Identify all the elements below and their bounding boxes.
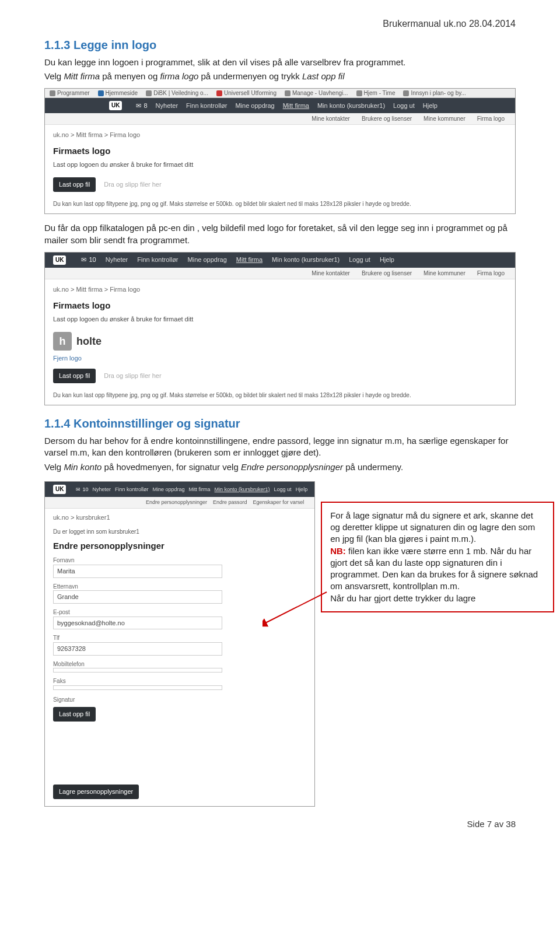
- nav-nyheter[interactable]: Nyheter: [106, 255, 128, 264]
- emph-min-konto: Min konto: [64, 462, 102, 472]
- nav-mine-oppdrag[interactable]: Mine oppdrag: [188, 255, 227, 264]
- brand-logo: UK: [53, 485, 66, 494]
- bookmark-universell[interactable]: Universell Utforming: [216, 89, 276, 97]
- nav-hjelp[interactable]: Hjelp: [296, 486, 308, 493]
- input-fornavn[interactable]: Marita: [53, 565, 222, 578]
- nav-finn-kontrollor[interactable]: Finn kontrollør: [115, 486, 149, 493]
- breadcrumb-1: uk.no > Mitt firma > Firma logo: [53, 131, 507, 139]
- subnav-brukere[interactable]: Brukere og lisenser: [362, 269, 412, 278]
- brand-logo: UK: [109, 101, 122, 110]
- upload-note-1: Du kan kun last opp filtypene jpg, png o…: [53, 200, 507, 208]
- subnav-endre-person[interactable]: Endre personopplysninger: [146, 499, 207, 506]
- page-footer: Side 7 av 38: [44, 818, 516, 830]
- screenshot1-subtitle: Last opp logoen du ønsker å bruke for fi…: [53, 160, 507, 169]
- bookmark-dibk[interactable]: DiBK | Veiledning o...: [146, 89, 208, 97]
- upload-signature-button[interactable]: Last opp fil: [53, 707, 96, 722]
- subnav-firma-logo[interactable]: Firma logo: [477, 115, 505, 123]
- input-mobil[interactable]: [53, 668, 222, 673]
- nav-logg-ut[interactable]: Logg ut: [274, 486, 292, 493]
- screenshot-3: UK ✉10 Nyheter Finn kontrollør Mine oppd…: [44, 481, 315, 807]
- section2-p2: Velg Min konto på hovedmenyen, for signa…: [44, 461, 516, 473]
- section2-p1: Dersom du har behov for å endre kontoinn…: [44, 435, 516, 459]
- form-title: Endre personopplysninger: [53, 540, 306, 552]
- browser-bookmarks-bar: Programmer Hjemmeside DiBK | Veiledning …: [45, 89, 515, 98]
- bookmark-innsyn[interactable]: Innsyn i plan- og by...: [403, 89, 466, 97]
- nav-min-konto[interactable]: Min konto (kursbruker1): [272, 255, 340, 264]
- upload-hint-2: Dra og slipp filer her: [104, 372, 161, 380]
- callout-nb: NB:: [330, 546, 346, 556]
- mail-icon[interactable]: ✉10: [76, 486, 88, 493]
- nav-min-konto[interactable]: Min konto (kursbruker1): [215, 486, 270, 493]
- fragment: på undermeny.: [343, 462, 403, 472]
- remove-logo-link[interactable]: Fjern logo: [53, 354, 82, 363]
- nav-logg-ut[interactable]: Logg ut: [393, 101, 415, 110]
- label-etternavn: Etternavn: [53, 583, 306, 591]
- logged-in-as: Du er logget inn som kursbruker1: [53, 528, 306, 536]
- input-faks[interactable]: [53, 685, 222, 690]
- save-button[interactable]: Lagre personopplysninger: [53, 785, 139, 799]
- mail-icon[interactable]: ✉ 8: [136, 101, 147, 110]
- app-topbar-2: UK ✉ 10 Nyheter Finn kontrollør Mine opp…: [45, 253, 515, 268]
- emph-mitt-firma: Mitt firma: [64, 71, 100, 81]
- breadcrumb-2: uk.no > Mitt firma > Firma logo: [53, 285, 507, 294]
- subnav-firma-logo[interactable]: Firma logo: [477, 269, 505, 278]
- nav-mitt-firma[interactable]: Mitt firma: [189, 486, 211, 493]
- nav-mine-oppdrag[interactable]: Mine oppdrag: [153, 486, 185, 493]
- fragment: på menyen og: [100, 71, 160, 81]
- bookmark-manage[interactable]: Manage - Uavhengi...: [285, 89, 348, 97]
- bookmark-programmer[interactable]: Programmer: [50, 89, 90, 97]
- nav-mine-oppdrag[interactable]: Mine oppdrag: [235, 101, 274, 110]
- subnav-kommuner[interactable]: Mine kommuner: [424, 269, 466, 278]
- label-faks: Faks: [53, 677, 306, 685]
- nav-nyheter[interactable]: Nyheter: [156, 101, 178, 110]
- subnav-mine-kontakter[interactable]: Mine kontakter: [312, 269, 350, 278]
- nav-finn-kontrollor[interactable]: Finn kontrollør: [186, 101, 227, 110]
- fragment: Velg: [44, 462, 64, 472]
- subnav-brukere[interactable]: Brukere og lisenser: [362, 115, 412, 123]
- label-fornavn: Fornavn: [53, 556, 306, 565]
- section-1-1-3-heading: 1.1.3 Legge inn logo: [44, 37, 516, 53]
- subnav-endre-passord[interactable]: Endre passord: [213, 499, 247, 506]
- screenshot-2: UK ✉ 10 Nyheter Finn kontrollør Mine opp…: [44, 252, 516, 405]
- fragment: på undermenyen og trykk: [198, 71, 302, 81]
- label-mobil: Mobiltelefon: [53, 660, 306, 668]
- bookmark-hjemmeside[interactable]: Hjemmeside: [98, 89, 138, 97]
- sub-nav-1: Mine kontakter Brukere og lisenser Mine …: [45, 113, 515, 125]
- nav-mitt-firma[interactable]: Mitt firma: [236, 255, 262, 264]
- nav-hjelp[interactable]: Hjelp: [423, 101, 438, 110]
- after-shot1-text: Du får da opp filkatalogen på pc-en din …: [44, 222, 516, 246]
- app-topbar-1: UK ✉ 8 Nyheter Finn kontrollør Mine oppd…: [45, 98, 515, 113]
- input-epost[interactable]: byggesoknad@holte.no: [53, 617, 222, 630]
- screenshot2-subtitle: Last opp logoen du ønsker å bruke for fi…: [53, 315, 507, 324]
- bookmark-hjem-time[interactable]: Hjem - Time: [356, 89, 396, 97]
- holte-logo-icon: h: [53, 332, 72, 351]
- callout-line1: For å lage signatur må du signere et ark…: [330, 510, 535, 544]
- subnav-kommuner[interactable]: Mine kommuner: [424, 115, 466, 123]
- nav-mitt-firma[interactable]: Mitt firma: [283, 101, 309, 110]
- subnav-mine-kontakter[interactable]: Mine kontakter: [312, 115, 350, 123]
- intro-text-2: Velg Mitt firma på menyen og firma logo …: [44, 71, 516, 82]
- nav-min-konto[interactable]: Min konto (kursbruker1): [317, 101, 385, 110]
- nav-hjelp[interactable]: Hjelp: [380, 255, 394, 264]
- label-signatur: Signatur: [53, 696, 306, 704]
- section-1-1-4-heading: 1.1.4 Kontoinnstillinger og signatur: [44, 416, 516, 432]
- upload-hint-1: Dra og slipp filer her: [104, 180, 161, 189]
- nav-logg-ut[interactable]: Logg ut: [349, 255, 370, 264]
- sub-nav-3: Endre personopplysninger Endre passord E…: [45, 497, 314, 509]
- upload-button-2[interactable]: Last opp fil: [53, 369, 96, 383]
- holte-logo-text: holte: [76, 334, 102, 348]
- nav-nyheter[interactable]: Nyheter: [92, 486, 111, 493]
- nav-finn-kontrollor[interactable]: Finn kontrollør: [137, 255, 178, 264]
- label-epost: E-post: [53, 608, 306, 617]
- page-header: Brukermanual uk.no 28.04.2014: [44, 17, 516, 30]
- input-tlf[interactable]: 92637328: [53, 642, 222, 656]
- callout-line2: filen kan ikke være større enn 1 mb. Når…: [330, 546, 538, 591]
- input-etternavn[interactable]: Grande: [53, 590, 222, 604]
- callout-signature: For å lage signatur må du signere et ark…: [321, 502, 554, 612]
- firm-logo-preview: h holte: [53, 332, 507, 351]
- mail-icon[interactable]: ✉ 10: [81, 255, 96, 264]
- label-tlf: Tlf: [53, 634, 306, 642]
- upload-button-1[interactable]: Last opp fil: [53, 177, 96, 192]
- upload-row-1: Last opp fil Dra og slipp filer her: [53, 177, 507, 192]
- subnav-egenskaper[interactable]: Egenskaper for varsel: [253, 499, 304, 506]
